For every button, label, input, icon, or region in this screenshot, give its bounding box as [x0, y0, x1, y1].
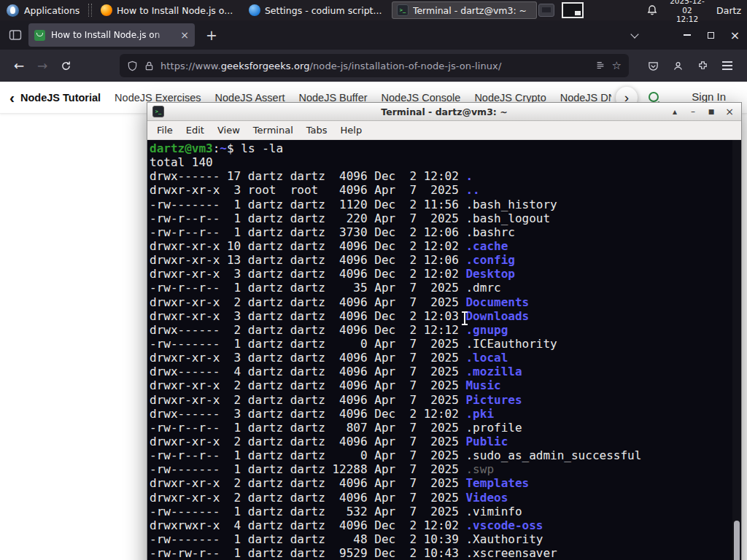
prompt-symbol: $: [227, 141, 241, 155]
forward-button[interactable]: →: [31, 54, 54, 77]
firefox-icon: [101, 4, 112, 16]
extensions-puzzle-icon[interactable]: [690, 53, 715, 78]
terminal-listing-line: drwxr-xr-x 2 dartz dartz 4096 Apr 7 2025…: [150, 476, 741, 490]
terminal-window-controls: ▴ – ■ ×: [668, 103, 736, 120]
site-nav-item[interactable]: NodeJS Tutorial: [20, 92, 101, 104]
terminal-listing-line: -rw-r--r-- 1 dartz dartz 0 Apr 7 2025 .s…: [150, 448, 741, 462]
prompt-command: ls -la: [241, 141, 283, 155]
file-meta: -rw-r--r-- 1 dartz dartz 220 Apr 7 2025: [150, 211, 465, 225]
terminal-listing-line: drwxr-xr-x 10 dartz dartz 4096 Dec 2 12:…: [150, 239, 741, 253]
menu-hamburger-icon[interactable]: [715, 53, 740, 78]
taskbar-button-label: How to Install Node.js o...: [117, 5, 236, 16]
terminal-shade-button[interactable]: ▴: [668, 107, 681, 116]
clock-date: 2025-12-02: [668, 0, 706, 15]
file-name: Music: [465, 378, 500, 392]
tab-bar: How to Install Node.js on × + ×: [0, 20, 747, 50]
url-bar[interactable]: https://www.geeksforgeeks.org/node-js/in…: [120, 54, 629, 77]
terminal-menu-file[interactable]: File: [150, 125, 179, 136]
file-meta: drwxr-xr-x 13 dartz dartz 4096 Dec 2 12:…: [150, 253, 465, 267]
prompt-user-host: dartz@vm3: [150, 141, 213, 155]
sign-in-button[interactable]: Sign In: [692, 90, 726, 103]
file-name: .gnupg: [465, 323, 508, 337]
terminal-total-line: total 140: [150, 155, 741, 169]
terminal-close-button[interactable]: ×: [723, 106, 736, 117]
file-meta: drwxr-xr-x 2 dartz dartz 4096 Apr 7 2025: [150, 295, 465, 309]
lock-icon[interactable]: [144, 61, 154, 71]
terminal-titlebar[interactable]: >_ Terminal - dartz@vm3: ~ ▴ – ■ ×: [147, 103, 741, 121]
file-name: .swp: [465, 462, 494, 476]
file-name: .dmrc: [465, 281, 500, 295]
file-name: .bash_logout: [465, 211, 550, 225]
back-button[interactable]: ←: [7, 54, 31, 77]
panel-separator: [88, 4, 92, 17]
account-icon[interactable]: [665, 53, 690, 78]
vscodium-icon: [249, 4, 260, 16]
file-meta: -rw------- 1 dartz dartz 532 Apr 7 2025: [150, 505, 465, 518]
taskbar-button-firefox[interactable]: How to Install Node.js o...: [96, 1, 241, 19]
list-all-tabs-button[interactable]: [625, 25, 644, 45]
terminal-menu-tabs[interactable]: Tabs: [300, 125, 334, 136]
file-name: .viminfo: [465, 505, 522, 518]
terminal-maximize-button[interactable]: ■: [705, 109, 718, 115]
file-meta: -rw------- 1 dartz dartz 0 Apr 7 2025: [150, 337, 465, 351]
taskbar-button-terminal[interactable]: >_Terminal - dartz@vm3: ~: [392, 1, 537, 19]
scrollbar-thumb[interactable]: [734, 521, 740, 560]
terminal-listing-line: -rw-r--r-- 1 dartz dartz 35 Apr 7 2025 .…: [150, 281, 741, 295]
browser-tab[interactable]: How to Install Node.js on ×: [28, 23, 195, 47]
terminal-prompt-line: dartz@vm3:~$ ls -la: [150, 141, 741, 155]
chevron-down-icon: [630, 30, 638, 38]
terminal-listing-line: drwxr-xr-x 3 dartz dartz 4096 Dec 2 12:0…: [150, 309, 741, 323]
terminal-menu-view[interactable]: View: [211, 125, 247, 136]
file-meta: drwx------ 3 dartz dartz 4096 Dec 2 12:0…: [150, 407, 465, 421]
tracking-protection-shield-icon[interactable]: [127, 61, 138, 71]
file-meta: drwxrwxr-x 4 dartz dartz 4096 Dec 2 12:0…: [150, 518, 465, 532]
terminal-minimize-button[interactable]: –: [686, 107, 700, 116]
window-close-button[interactable]: ×: [723, 20, 747, 50]
taskbar-button-vscodium[interactable]: Settings - codium script...: [244, 1, 389, 19]
nav-scroll-left-icon[interactable]: ‹: [9, 90, 15, 105]
window-maximize-button[interactable]: [699, 20, 723, 50]
terminal-listing-line: drwxr-xr-x 2 dartz dartz 4096 Apr 7 2025…: [150, 491, 741, 505]
new-tab-button[interactable]: +: [202, 27, 221, 43]
terminal-listing-line: drwx------ 2 dartz dartz 4096 Dec 2 12:1…: [150, 323, 741, 337]
file-name: Public: [465, 435, 508, 448]
reader-view-icon[interactable]: [595, 61, 605, 71]
file-name: Videos: [465, 491, 508, 505]
applications-menu-label: Applications: [24, 5, 80, 16]
terminal-listing-line: drwx------ 4 dartz dartz 4096 Apr 7 2025…: [150, 365, 741, 378]
file-name: .bashrc: [465, 225, 514, 239]
file-name: .ICEauthority: [465, 337, 557, 351]
terminal-menu-edit[interactable]: Edit: [179, 125, 211, 136]
terminal-listing-line: drwxr-xr-x 3 root root 4096 Apr 7 2025 .…: [150, 183, 741, 197]
window-minimize-button[interactable]: [675, 20, 699, 50]
terminal-menubar: FileEditViewTerminalTabsHelp: [147, 121, 741, 140]
file-name: .config: [465, 253, 514, 267]
url-path: /node-js/installation-of-node-js-on-linu…: [310, 61, 502, 71]
terminal-icon: >_: [397, 4, 409, 16]
terminal-screen[interactable]: dartz@vm3:~$ ls -la total 140 drwx------…: [147, 140, 741, 560]
reload-button[interactable]: [54, 54, 77, 77]
file-meta: drwxr-xr-x 3 dartz dartz 4096 Apr 7 2025: [150, 351, 465, 365]
desktop: Applications How to Install Node.js o...…: [0, 0, 747, 560]
file-name: ..: [465, 183, 479, 197]
terminal-menu-help[interactable]: Help: [334, 125, 369, 136]
systray-terminal-icon[interactable]: [562, 2, 584, 18]
pocket-icon[interactable]: [640, 53, 665, 78]
terminal-listing-line: drwxr-xr-x 3 dartz dartz 4096 Dec 2 12:0…: [150, 267, 741, 281]
terminal-scrollbar[interactable]: [732, 140, 741, 560]
bookmark-star-icon[interactable]: ☆: [612, 61, 622, 71]
terminal-listing-line: drwxr-xr-x 13 dartz dartz 4096 Dec 2 12:…: [150, 253, 741, 267]
systray-display-icon[interactable]: [538, 4, 554, 17]
notification-bell-icon[interactable]: [646, 4, 658, 16]
file-meta: drwxr-xr-x 2 dartz dartz 4096 Apr 7 2025: [150, 393, 465, 407]
panel-clock[interactable]: 2025-12-02 12:12: [668, 0, 706, 24]
file-name: .pki: [465, 407, 494, 421]
terminal-listing-line: drwxr-xr-x 2 dartz dartz 4096 Apr 7 2025…: [150, 435, 741, 448]
applications-menu-button[interactable]: Applications: [0, 0, 86, 20]
file-meta: -rw-rw-r-- 1 dartz dartz 9529 Dec 2 10:4…: [150, 546, 465, 560]
firefox-view-button[interactable]: [5, 25, 26, 45]
file-name: .cache: [465, 239, 508, 253]
tab-close-icon[interactable]: ×: [180, 30, 189, 40]
terminal-menu-terminal[interactable]: Terminal: [247, 125, 300, 136]
url-text[interactable]: https://www.geeksforgeeks.org/node-js/in…: [160, 61, 589, 71]
